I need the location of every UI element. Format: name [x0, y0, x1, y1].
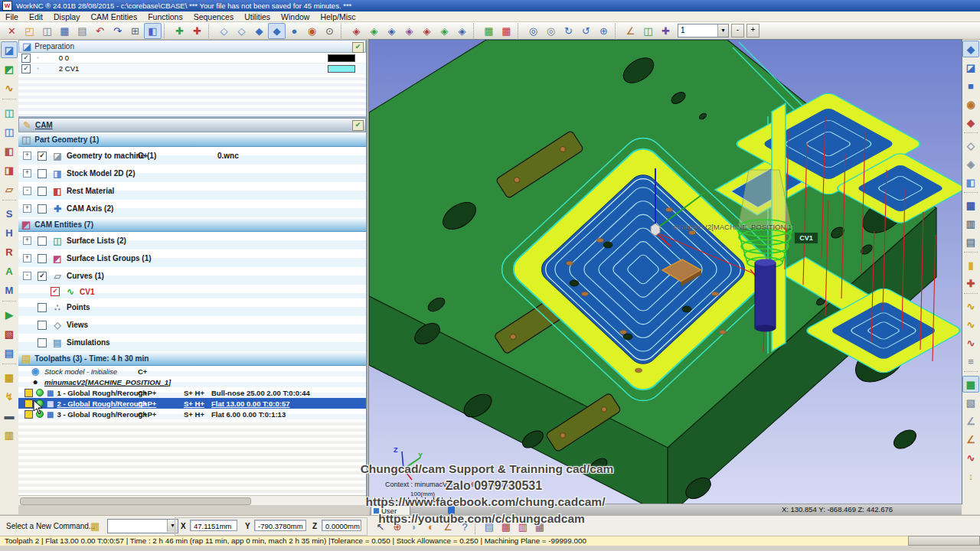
tree-row-rest-material[interactable]: - ◧ Rest Material [18, 182, 366, 200]
menu-item[interactable]: File [0, 12, 24, 21]
surface-red-icon[interactable]: ◨ [1, 161, 18, 178]
expand-box[interactable]: + [23, 152, 31, 160]
cam-mode-icon[interactable]: ◩ [1, 60, 18, 77]
prep-row-layer2[interactable]: ✓ ◦ 2 CV1 [18, 64, 366, 74]
tree-row-stock-model-2d[interactable]: + ◨ Stock Model 2D (2) [18, 165, 366, 182]
expand-box[interactable]: + [23, 169, 31, 178]
tree-row-points[interactable]: ∴ Points [18, 298, 366, 316]
tool-mill-icon[interactable]: ▮ [962, 256, 979, 273]
axis-icon[interactable]: A [1, 262, 18, 279]
lightning-icon[interactable]: ↯ [1, 388, 18, 405]
geometry-checkbox[interactable]: ✓ [38, 152, 47, 161]
vice-icon[interactable]: ▤ [962, 233, 979, 250]
view-shaded-edges-icon[interactable]: ◆ [268, 23, 286, 39]
cam-axis-checkbox[interactable] [38, 204, 47, 214]
axes-view-icon[interactable]: ✚ [171, 23, 188, 39]
rest-material-icon[interactable]: R [1, 243, 18, 260]
views-checkbox[interactable] [38, 321, 47, 330]
curve-c-icon[interactable]: ∿ [962, 334, 979, 351]
list-edit-icon[interactable]: ▤ [1, 344, 18, 361]
stock-2d-checkbox[interactable] [38, 169, 47, 178]
cv1-tag[interactable]: CV1 [794, 232, 818, 244]
machine-icon[interactable]: M [1, 282, 18, 298]
toolpath1-status-box[interactable] [24, 389, 33, 397]
view-z-plus-icon[interactable]: ◈ [383, 23, 400, 39]
yellow-box-icon[interactable]: ▥ [1, 426, 18, 443]
holder-icon[interactable]: H [1, 224, 18, 241]
select-zone-icon[interactable]: ▧ [1, 325, 18, 342]
zoom-window-icon[interactable]: ◎ [524, 23, 542, 39]
expand-box[interactable]: - [23, 187, 31, 195]
tree-row-simulations[interactable]: ▤ Simulations [18, 334, 366, 351]
surface-select-icon[interactable]: ▱ [1, 181, 18, 197]
save-as-icon[interactable]: ◫ [38, 23, 56, 39]
curves-checkbox[interactable]: ✓ [38, 272, 47, 281]
toolpath-row-2-selected[interactable]: ▦ 2 - Global Rough/Rerough C+P+ S+ H+ Fl… [18, 398, 366, 409]
updown-icon[interactable]: ↕ [962, 468, 979, 484]
expand-box[interactable]: + [23, 204, 31, 213]
toolpath3-status-box[interactable] [24, 410, 33, 419]
delete-file-icon[interactable]: ✕ [3, 23, 21, 39]
toolpath-row-1[interactable]: ▦ 1 - Global Rough/Rerough C+P+ S+ H+ Bu… [18, 387, 366, 398]
viewport-3d[interactable] [369, 40, 962, 504]
cube-spin-icon[interactable]: ◉ [962, 96, 979, 112]
scrollbar-thumb[interactable] [20, 497, 251, 505]
chevron-down-icon[interactable]: ▾ [717, 24, 728, 37]
surface-edit-icon[interactable]: ◫ [1, 123, 18, 140]
print-icon[interactable]: ▤ [74, 23, 91, 39]
layout-multi-icon[interactable]: ▦ [498, 23, 515, 39]
toolpath-row-stock-init[interactable]: ◉ Stock model - Initialise C+ [18, 366, 366, 377]
cube-solid-icon[interactable]: ■ [962, 77, 979, 94]
dashed-select-icon[interactable]: ▧ [962, 394, 979, 411]
y-coordinate-field[interactable]: -790.3780mm [254, 520, 306, 531]
tree-row-geometry-to-machine[interactable]: + ✓ ◪ Geometry to machine (1) C+ 0.wnc [18, 147, 366, 165]
level-plus-button[interactable]: + [746, 24, 760, 37]
box-blue-icon[interactable]: ◧ [962, 174, 979, 191]
tree-row-cam-axis[interactable]: + ✚ CAM Axis (2) [18, 200, 366, 217]
center-view-icon[interactable]: ⊕ [595, 23, 612, 39]
menu-item[interactable]: Help/Misc [315, 12, 361, 21]
level-combo[interactable]: 1▾ [678, 24, 729, 37]
nc-command-icon[interactable]: ▦ [90, 520, 100, 532]
box-point-icon[interactable]: ◈ [962, 155, 979, 172]
z-coordinate-field[interactable]: 0.0000mm [322, 520, 361, 531]
save-icon[interactable]: ▦ [56, 23, 74, 39]
curve-a-icon[interactable]: ∿ [962, 298, 979, 315]
menu-item[interactable]: Window [276, 12, 315, 21]
cv1-checkbox[interactable]: ✓ [51, 287, 60, 296]
hatch-lines-icon[interactable]: ≡ [962, 353, 979, 370]
view-sphere-icon[interactable]: ● [286, 23, 303, 39]
cube-delete-icon[interactable]: ◆ [962, 114, 979, 131]
surface-groups-checkbox[interactable] [38, 254, 47, 263]
cam-entities-header[interactable]: ◩ CAM Entities (7) [18, 217, 366, 232]
cam-section-bar[interactable]: ✎ CAM ✔ [18, 118, 366, 132]
route-icon[interactable]: ∿ [962, 449, 979, 466]
panel-horizontal-scrollbar[interactable] [18, 495, 366, 505]
view-x-minus-icon[interactable]: ◈ [418, 23, 436, 39]
view-material-icon[interactable]: ◉ [303, 23, 321, 39]
layer2-color-swatch[interactable] [328, 65, 355, 73]
menu-item[interactable]: CAM Entities [85, 12, 142, 21]
menu-item[interactable]: Display [48, 12, 85, 21]
view-x-plus-icon[interactable]: ◈ [348, 23, 365, 39]
cube-x-icon[interactable]: ◪ [962, 59, 979, 76]
tree-row-surface-lists[interactable]: + ◫ Surface Lists (2) [18, 232, 366, 249]
box-white-icon[interactable]: ◇ [962, 137, 979, 154]
toolpath-row-machine-position[interactable]: ● minumacV2[MACHINE_POSITION_1] [18, 377, 366, 387]
measure-icon[interactable]: ∠ [622, 23, 639, 39]
view-y-minus-icon[interactable]: ◈ [436, 23, 453, 39]
x-coordinate-field[interactable]: 47.1151mm [190, 520, 237, 531]
tree-row-surface-list-groups[interactable]: + ◩ Surface List Groups (1) [18, 249, 366, 267]
toolpaths-header[interactable]: ▤ Toolpaths (3) - Time: 4 h 30 min [18, 351, 366, 366]
surface-list-icon[interactable]: ◫ [1, 104, 18, 121]
curve-b-icon[interactable]: ∿ [962, 316, 979, 333]
spin-view-icon[interactable]: ↺ [577, 23, 595, 39]
surface-delete-icon[interactable]: ◧ [1, 142, 18, 159]
status-corner-button[interactable] [908, 536, 980, 546]
panel-toggle-icon[interactable]: ◧ [144, 23, 162, 39]
cam-apply-button[interactable]: ✔ [352, 120, 364, 131]
layer0-color-swatch[interactable] [328, 54, 355, 62]
part-geometry-header[interactable]: ◫ Part Geometry (1) [18, 132, 366, 147]
menu-item[interactable]: Edit [24, 12, 48, 21]
machine-sim-icon[interactable]: ▦ [962, 197, 979, 214]
